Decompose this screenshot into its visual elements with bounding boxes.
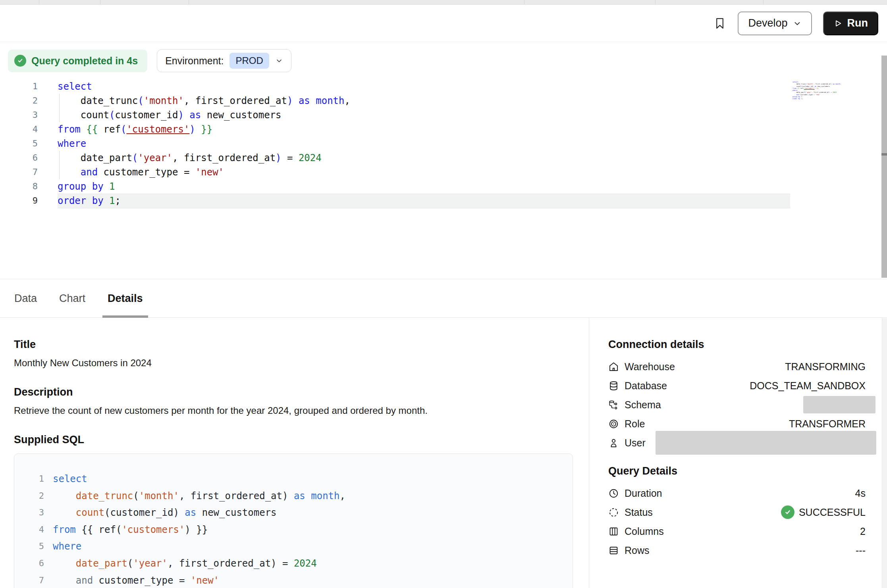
environment-dropdown[interactable]: Environment: PROD — [157, 49, 291, 72]
chevron-down-icon — [793, 19, 802, 28]
supplied-sql-line-4: 4from {{ ref('customers') }} — [32, 521, 573, 538]
success-check-icon — [14, 55, 26, 67]
editor-line-9[interactable]: 9order by 1; — [0, 194, 887, 208]
status-icon — [608, 507, 619, 518]
editor-line-4[interactable]: 4from {{ ref('customers') }} — [0, 122, 887, 136]
user-icon — [608, 438, 619, 448]
browser-tab-strip — [0, 0, 887, 5]
run-button[interactable]: Run — [823, 12, 878, 35]
editor-line-6[interactable]: 6 date_part('year', first_ordered_at) = … — [0, 151, 887, 165]
supplied-sql-heading: Supplied SQL — [14, 434, 573, 446]
supplied-sql-line-3: 3 count(customer_id) as new_customers — [32, 504, 573, 521]
rows-icon — [608, 545, 619, 556]
line-number: 2 — [32, 488, 44, 505]
supplied-sql-line-6: 6 date_part('year', first_ordered_at) = … — [32, 555, 573, 572]
info-value-duration: 4s — [855, 488, 866, 499]
tab-data[interactable]: Data — [9, 279, 42, 317]
query-status-pill: Query completed in 4s — [8, 50, 147, 72]
columns-icon — [608, 526, 619, 537]
query-details-row-columns: Columns2 — [608, 522, 866, 541]
redacted-value-schema — [803, 396, 875, 413]
line-number: 5 — [32, 538, 44, 555]
ref-customers-link[interactable]: 'customers' — [126, 124, 189, 135]
query-details-row-rows: Rows--- — [608, 541, 866, 560]
query-status-text: Query completed in 4s — [31, 55, 138, 67]
info-value-rows: --- — [856, 545, 866, 556]
develop-button-label: Develop — [748, 17, 787, 29]
editor-line-8[interactable]: 8group by 1 — [0, 179, 887, 194]
details-left-pane: Title Monthly New Customers in 2024 Desc… — [0, 318, 589, 588]
query-details-heading: Query Details — [608, 465, 866, 477]
line-number: 9 — [0, 194, 38, 208]
connection-row-database: DatabaseDOCS_TEAM_SANDBOX — [608, 376, 866, 395]
description-heading: Description — [14, 386, 573, 398]
editor-line-7[interactable]: 7 and customer_type = 'new' — [0, 165, 887, 179]
info-value-role: TRANSFORMER — [789, 418, 866, 430]
editor-line-1[interactable]: 1select — [0, 79, 887, 94]
title-value: Monthly New Customers in 2024 — [14, 357, 573, 369]
description-value: Retrieve the count of new customers per … — [14, 405, 573, 416]
line-number: 2 — [0, 94, 38, 108]
line-number: 7 — [0, 165, 38, 179]
connection-row-schema: Schema — [608, 395, 866, 414]
query-details-row-status: StatusSUCCESSFUL — [608, 503, 866, 522]
editor-line-3[interactable]: 3 count(customer_id) as new_customers — [0, 108, 887, 122]
info-label: Schema — [625, 399, 661, 411]
develop-button[interactable]: Develop — [738, 12, 812, 35]
connection-details-heading: Connection details — [608, 338, 866, 351]
role-icon — [608, 419, 619, 429]
toolbar: Develop Run — [0, 5, 887, 42]
supplied-sql-line-2: 2 date_trunc('month', first_ordered_at) … — [32, 488, 573, 505]
dbt-query-page: Develop Run Query completed in 4s Enviro… — [0, 0, 887, 588]
editor-line-5[interactable]: 5where — [0, 136, 887, 151]
details-right-pane: Connection details WarehouseTRANSFORMING… — [589, 318, 887, 588]
info-label: Database — [625, 380, 667, 392]
line-number: 6 — [32, 555, 44, 572]
editor-line-2[interactable]: 2 date_trunc('month', first_ordered_at) … — [0, 94, 887, 108]
supplied-sql-line-1: 1select — [32, 471, 573, 488]
redacted-value-user — [656, 431, 876, 455]
play-icon — [833, 19, 842, 28]
info-label: Warehouse — [625, 361, 675, 373]
supplied-sql-line-7: 7 and customer_type = 'new' — [32, 572, 573, 588]
info-value-warehouse: TRANSFORMING — [785, 361, 866, 373]
info-label: Rows — [625, 545, 650, 556]
details-scrollbar-track[interactable] — [882, 318, 887, 588]
connection-row-warehouse: WarehouseTRANSFORMING — [608, 357, 866, 376]
supplied-sql-block: 1select2 date_trunc('month', first_order… — [14, 453, 573, 588]
results-tabbar: Data Chart Details — [0, 279, 887, 318]
query-details-row-duration: Duration4s — [608, 484, 866, 503]
database-icon — [608, 380, 619, 391]
line-number: 4 — [32, 521, 44, 538]
details-content: Title Monthly New Customers in 2024 Desc… — [0, 318, 887, 588]
line-number: 3 — [32, 504, 44, 521]
tab-details[interactable]: Details — [102, 279, 148, 317]
info-label: Duration — [625, 488, 662, 499]
info-label: Status — [625, 507, 653, 518]
success-check-icon — [781, 505, 794, 519]
line-number: 5 — [0, 136, 38, 151]
title-heading: Title — [14, 338, 573, 351]
bookmark-icon[interactable] — [713, 16, 727, 31]
status-value-text: SUCCESSFUL — [799, 507, 866, 518]
status-row: Query completed in 4s Environment: PROD — [8, 49, 291, 72]
tab-chart[interactable]: Chart — [54, 279, 91, 317]
line-number: 1 — [0, 79, 38, 94]
environment-value-badge: PROD — [229, 53, 269, 69]
line-number: 3 — [0, 108, 38, 122]
line-number: 4 — [0, 122, 38, 136]
environment-label: Environment: — [165, 55, 224, 67]
line-number: 7 — [32, 572, 44, 588]
info-label: User — [625, 437, 646, 449]
supplied-sql-line-5: 5where — [32, 538, 573, 555]
connection-row-user: User — [608, 433, 866, 452]
chevron-down-icon — [275, 57, 283, 65]
sql-editor[interactable]: 1select2 date_trunc('month', first_order… — [0, 79, 887, 214]
info-value-database: DOCS_TEAM_SANDBOX — [750, 380, 866, 392]
info-value-columns: 2 — [860, 526, 866, 537]
info-label: Columns — [625, 526, 664, 537]
warehouse-icon — [608, 361, 619, 372]
line-number: 8 — [0, 179, 38, 194]
duration-icon — [608, 488, 619, 499]
ref-customers-link[interactable]: 'customers' — [121, 524, 185, 535]
